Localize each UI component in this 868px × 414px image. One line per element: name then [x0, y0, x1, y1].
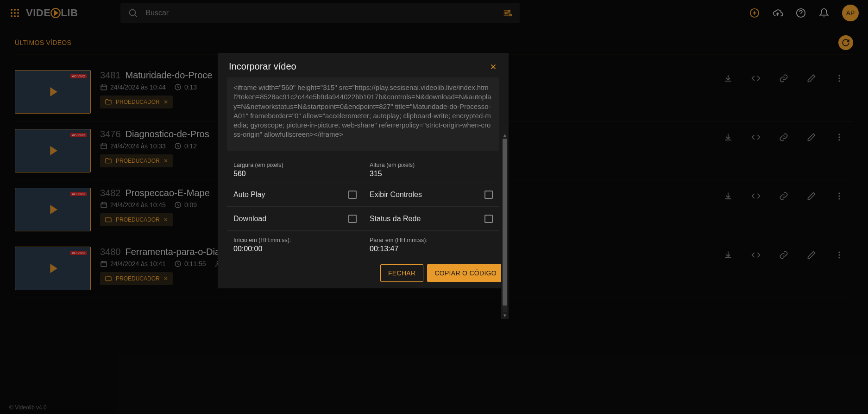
width-value: 560	[233, 170, 357, 178]
controls-checkbox[interactable]	[484, 191, 493, 199]
start-label: Início em (HH:mm:ss):	[233, 237, 357, 243]
scroll-thumb[interactable]	[503, 139, 507, 306]
controls-label: Exibir Controles	[370, 191, 422, 199]
scroll-up-icon[interactable]: ▲	[502, 132, 508, 139]
width-field[interactable]: Largura (em pixels) 560	[227, 156, 363, 183]
scroll-track[interactable]	[503, 139, 507, 312]
close-button[interactable]: FECHAR	[380, 264, 423, 282]
start-value: 00:00:00	[233, 245, 357, 253]
autoplay-label: Auto Play	[233, 191, 265, 199]
copy-code-button[interactable]: COPIAR O CÓDIGO	[427, 264, 504, 282]
embed-modal: Incorporar vídeo <iframe width="560" hei…	[218, 53, 509, 288]
autoplay-checkbox[interactable]	[348, 191, 357, 199]
download-toggle: Download	[227, 207, 363, 231]
dimensions-row: Largura (em pixels) 560 Altura (em pixel…	[227, 156, 499, 183]
download-checkbox[interactable]	[348, 215, 357, 223]
modal-header: Incorporar vídeo	[218, 53, 509, 77]
download-label: Download	[233, 215, 266, 223]
modal-footer: FECHAR COPIAR O CÓDIGO	[218, 258, 509, 288]
network-checkbox[interactable]	[484, 215, 493, 223]
scroll-down-icon[interactable]: ▼	[502, 312, 508, 319]
embed-code-textarea[interactable]: <iframe width="560" height="315" src="ht…	[227, 77, 499, 151]
network-toggle: Status da Rede	[363, 207, 499, 231]
toggles-row-1: Auto Play Exibir Controles	[227, 183, 499, 207]
controls-toggle: Exibir Controles	[363, 183, 499, 207]
end-field[interactable]: Parar em (HH:mm:ss): 00:13:47	[363, 231, 499, 258]
modal-body: <iframe width="560" height="315" src="ht…	[218, 77, 509, 258]
close-icon[interactable]	[489, 63, 497, 71]
network-label: Status da Rede	[370, 215, 421, 223]
toggles-row-2: Download Status da Rede	[227, 207, 499, 231]
height-label: Altura (em pixels)	[370, 162, 493, 168]
modal-scrollbar[interactable]: ▲ ▼	[501, 132, 509, 319]
height-field[interactable]: Altura (em pixels) 315	[363, 156, 499, 183]
end-label: Parar em (HH:mm:ss):	[370, 237, 493, 243]
height-value: 315	[370, 170, 493, 178]
width-label: Largura (em pixels)	[233, 162, 357, 168]
autoplay-toggle: Auto Play	[227, 183, 363, 207]
timing-row: Início em (HH:mm:ss): 00:00:00 Parar em …	[227, 231, 499, 258]
modal-title: Incorporar vídeo	[229, 61, 296, 72]
end-value: 00:13:47	[370, 245, 493, 253]
start-field[interactable]: Início em (HH:mm:ss): 00:00:00	[227, 231, 363, 258]
